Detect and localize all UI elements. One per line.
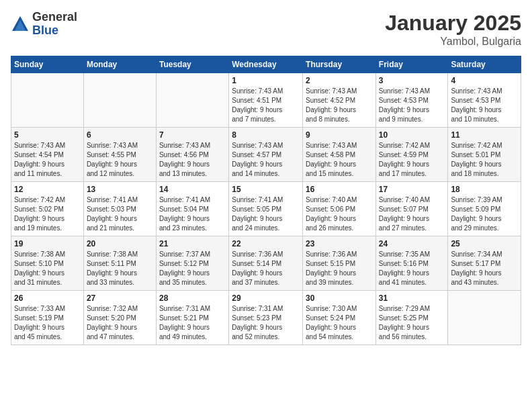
day-info: Sunrise: 7:42 AM Sunset: 5:01 PM Dayligh… [451, 141, 518, 179]
calendar-week-2: 12Sunrise: 7:42 AM Sunset: 5:02 PM Dayli… [11, 182, 521, 236]
table-row: 1Sunrise: 7:43 AM Sunset: 4:51 PM Daylig… [229, 73, 303, 128]
day-info: Sunrise: 7:35 AM Sunset: 5:16 PM Dayligh… [379, 250, 445, 287]
day-number: 15 [232, 185, 300, 194]
table-row: 20Sunrise: 7:38 AM Sunset: 5:11 PM Dayli… [83, 236, 156, 291]
table-row: 21Sunrise: 7:37 AM Sunset: 5:12 PM Dayli… [156, 236, 228, 291]
table-row: 15Sunrise: 7:41 AM Sunset: 5:05 PM Dayli… [229, 182, 303, 236]
day-info: Sunrise: 7:30 AM Sunset: 5:24 PM Dayligh… [306, 304, 373, 342]
day-number: 4 [451, 76, 518, 85]
day-number: 26 [14, 293, 81, 303]
table-row: 17Sunrise: 7:40 AM Sunset: 5:07 PM Dayli… [375, 182, 448, 236]
day-number: 20 [87, 239, 153, 248]
table-row: 16Sunrise: 7:40 AM Sunset: 5:06 PM Dayli… [303, 182, 376, 236]
table-row [11, 73, 84, 128]
day-info: Sunrise: 7:36 AM Sunset: 5:14 PM Dayligh… [232, 250, 300, 287]
day-number: 14 [159, 185, 226, 194]
table-row: 25Sunrise: 7:34 AM Sunset: 5:17 PM Dayli… [448, 236, 521, 291]
table-row: 27Sunrise: 7:32 AM Sunset: 5:20 PM Dayli… [83, 291, 156, 345]
table-row: 4Sunrise: 7:43 AM Sunset: 4:53 PM Daylig… [448, 73, 521, 128]
table-row: 12Sunrise: 7:42 AM Sunset: 5:02 PM Dayli… [11, 182, 84, 236]
day-number: 31 [379, 293, 445, 303]
table-row: 13Sunrise: 7:41 AM Sunset: 5:03 PM Dayli… [83, 182, 156, 236]
header-saturday: Saturday [448, 56, 521, 73]
table-row: 5Sunrise: 7:43 AM Sunset: 4:54 PM Daylig… [11, 128, 84, 182]
day-number: 30 [306, 293, 373, 303]
page: General Blue January 2025 Yambol, Bulgar… [0, 0, 532, 411]
table-row: 7Sunrise: 7:43 AM Sunset: 4:56 PM Daylig… [156, 128, 228, 182]
day-info: Sunrise: 7:31 AM Sunset: 5:21 PM Dayligh… [159, 304, 226, 342]
table-row: 8Sunrise: 7:43 AM Sunset: 4:57 PM Daylig… [229, 128, 303, 182]
day-number: 3 [379, 76, 445, 85]
table-row: 23Sunrise: 7:36 AM Sunset: 5:15 PM Dayli… [303, 236, 376, 291]
day-info: Sunrise: 7:34 AM Sunset: 5:17 PM Dayligh… [451, 250, 518, 287]
day-info: Sunrise: 7:41 AM Sunset: 5:03 PM Dayligh… [87, 195, 153, 233]
table-row [156, 73, 228, 128]
day-info: Sunrise: 7:43 AM Sunset: 4:57 PM Dayligh… [232, 141, 300, 179]
day-number: 29 [232, 293, 300, 303]
table-row: 11Sunrise: 7:42 AM Sunset: 5:01 PM Dayli… [448, 128, 521, 182]
day-info: Sunrise: 7:41 AM Sunset: 5:05 PM Dayligh… [232, 195, 300, 233]
header-thursday: Thursday [303, 56, 376, 73]
logo-general: General [32, 11, 77, 24]
table-row [448, 291, 521, 345]
calendar-week-4: 26Sunrise: 7:33 AM Sunset: 5:19 PM Dayli… [11, 291, 521, 345]
day-number: 13 [87, 185, 153, 194]
day-number: 22 [232, 239, 300, 248]
header-tuesday: Tuesday [156, 56, 228, 73]
day-info: Sunrise: 7:43 AM Sunset: 4:53 PM Dayligh… [451, 87, 518, 124]
table-row: 2Sunrise: 7:43 AM Sunset: 4:52 PM Daylig… [303, 73, 376, 128]
header-friday: Friday [375, 56, 448, 73]
day-info: Sunrise: 7:41 AM Sunset: 5:04 PM Dayligh… [159, 195, 226, 233]
month-title: January 2025 [385, 11, 521, 36]
table-row: 9Sunrise: 7:43 AM Sunset: 4:58 PM Daylig… [303, 128, 376, 182]
table-row [83, 73, 156, 128]
day-number: 23 [306, 239, 373, 248]
title-block: January 2025 Yambol, Bulgaria [385, 11, 521, 48]
day-info: Sunrise: 7:40 AM Sunset: 5:07 PM Dayligh… [379, 195, 445, 233]
logo-text: General Blue [32, 11, 77, 38]
table-row: 14Sunrise: 7:41 AM Sunset: 5:04 PM Dayli… [156, 182, 228, 236]
logo-blue: Blue [32, 24, 77, 38]
day-info: Sunrise: 7:42 AM Sunset: 4:59 PM Dayligh… [379, 141, 445, 179]
day-number: 5 [14, 130, 81, 140]
header-wednesday: Wednesday [229, 56, 303, 73]
day-number: 16 [306, 185, 373, 194]
day-info: Sunrise: 7:38 AM Sunset: 5:11 PM Dayligh… [87, 250, 153, 287]
day-info: Sunrise: 7:43 AM Sunset: 4:58 PM Dayligh… [306, 141, 373, 179]
day-number: 1 [232, 76, 300, 85]
day-info: Sunrise: 7:43 AM Sunset: 4:52 PM Dayligh… [306, 87, 373, 124]
day-info: Sunrise: 7:33 AM Sunset: 5:19 PM Dayligh… [14, 304, 81, 342]
table-row: 24Sunrise: 7:35 AM Sunset: 5:16 PM Dayli… [375, 236, 448, 291]
day-info: Sunrise: 7:29 AM Sunset: 5:25 PM Dayligh… [379, 304, 445, 342]
table-row: 29Sunrise: 7:31 AM Sunset: 5:23 PM Dayli… [229, 291, 303, 345]
day-number: 19 [14, 239, 81, 248]
logo: General Blue [11, 11, 77, 38]
day-info: Sunrise: 7:43 AM Sunset: 4:55 PM Dayligh… [87, 141, 153, 179]
header-sunday: Sunday [11, 56, 84, 73]
day-number: 11 [451, 130, 518, 140]
day-info: Sunrise: 7:43 AM Sunset: 4:56 PM Dayligh… [159, 141, 226, 179]
day-info: Sunrise: 7:39 AM Sunset: 5:09 PM Dayligh… [451, 195, 518, 233]
location: Yambol, Bulgaria [385, 36, 521, 48]
day-info: Sunrise: 7:42 AM Sunset: 5:02 PM Dayligh… [14, 195, 81, 233]
day-info: Sunrise: 7:43 AM Sunset: 4:53 PM Dayligh… [379, 87, 445, 124]
calendar-week-3: 19Sunrise: 7:38 AM Sunset: 5:10 PM Dayli… [11, 236, 521, 291]
day-info: Sunrise: 7:43 AM Sunset: 4:54 PM Dayligh… [14, 141, 81, 179]
table-row: 31Sunrise: 7:29 AM Sunset: 5:25 PM Dayli… [375, 291, 448, 345]
header-monday: Monday [83, 56, 156, 73]
day-info: Sunrise: 7:43 AM Sunset: 4:51 PM Dayligh… [232, 87, 300, 124]
table-row: 6Sunrise: 7:43 AM Sunset: 4:55 PM Daylig… [83, 128, 156, 182]
table-row: 22Sunrise: 7:36 AM Sunset: 5:14 PM Dayli… [229, 236, 303, 291]
day-number: 28 [159, 293, 226, 303]
table-row: 19Sunrise: 7:38 AM Sunset: 5:10 PM Dayli… [11, 236, 84, 291]
day-number: 6 [87, 130, 153, 140]
day-number: 27 [87, 293, 153, 303]
day-info: Sunrise: 7:38 AM Sunset: 5:10 PM Dayligh… [14, 250, 81, 287]
day-number: 12 [14, 185, 81, 194]
table-row: 30Sunrise: 7:30 AM Sunset: 5:24 PM Dayli… [303, 291, 376, 345]
table-row: 26Sunrise: 7:33 AM Sunset: 5:19 PM Dayli… [11, 291, 84, 345]
calendar-header-row: Sunday Monday Tuesday Wednesday Thursday… [11, 56, 521, 73]
day-info: Sunrise: 7:31 AM Sunset: 5:23 PM Dayligh… [232, 304, 300, 342]
table-row: 3Sunrise: 7:43 AM Sunset: 4:53 PM Daylig… [375, 73, 448, 128]
header: General Blue January 2025 Yambol, Bulgar… [11, 11, 521, 48]
